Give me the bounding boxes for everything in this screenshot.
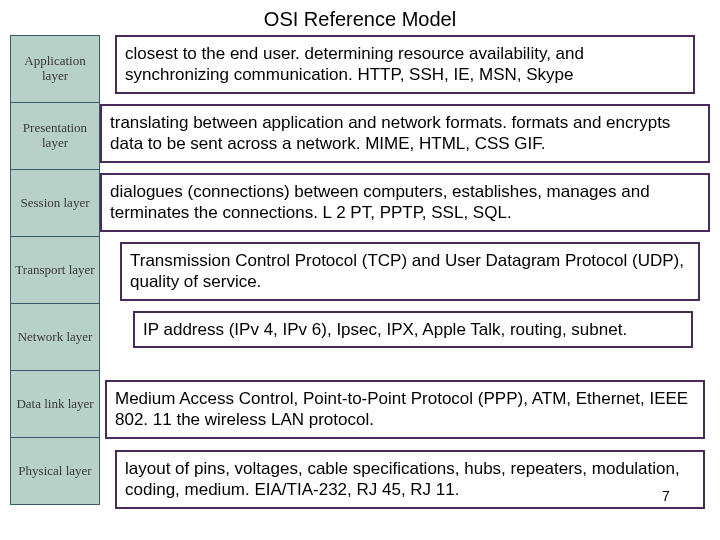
layer-application: Application layer [10, 35, 100, 103]
layer-datalink: Data link layer [10, 370, 100, 438]
layer-session: Session layer [10, 169, 100, 237]
desc-physical: layout of pins, voltages, cable specific… [115, 450, 705, 509]
page-title: OSI Reference Model [0, 0, 720, 35]
desc-application: closest to the end user. determining res… [115, 35, 695, 94]
page-number: 7 [662, 488, 670, 504]
desc-session: dialogues (connections) between computer… [100, 173, 710, 232]
desc-datalink: Medium Access Control, Point-to-Point Pr… [105, 380, 705, 439]
desc-transport: Transmission Control Protocol (TCP) and … [120, 242, 700, 301]
desc-presentation: translating between application and netw… [100, 104, 710, 163]
layer-physical: Physical layer [10, 437, 100, 505]
layers-column: Application layer Presentation layer Ses… [10, 35, 100, 505]
desc-network: IP address (IPv 4, IPv 6), Ipsec, IPX, A… [133, 311, 693, 348]
layer-presentation: Presentation layer [10, 102, 100, 170]
layer-network: Network layer [10, 303, 100, 371]
layer-transport: Transport layer [10, 236, 100, 304]
